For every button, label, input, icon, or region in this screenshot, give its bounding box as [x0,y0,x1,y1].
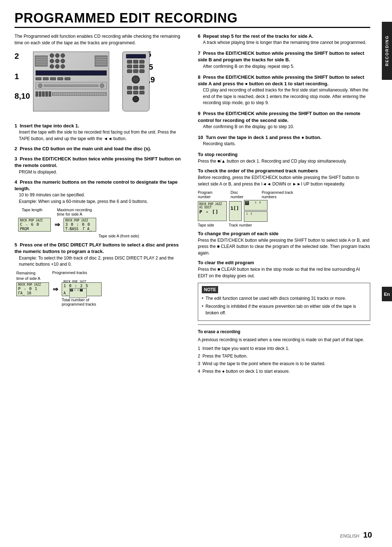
lcd-bottom-labels: Tape side Track number [198,223,293,227]
page-title: PROGRAMMED EDIT RECORDING [15,11,370,25]
erase-step-4-num: 4 [198,368,200,375]
step-5-title: 5 Press one of the DISC DIRECT PLAY butt… [15,242,187,255]
erase-section: To erase a recording A previous recordin… [198,328,370,375]
step-3-num: 3 [15,156,17,162]
erase-step-2-num: 2 [198,353,200,359]
erase-step-3-text: Wind up the tape to the point where the … [203,360,326,367]
prog-lcd-1: ROCK POP JAZZ AI EDIT P - [] [198,201,227,221]
step-num-1: 1 [15,72,19,81]
tape-length-label: Tape length [22,208,42,216]
change-program-title: To change the program of each side [198,231,370,236]
step-7-title: 7 Press the EDIT/CHECK button while pres… [198,50,370,63]
erase-step-4-text: Press the ● button on deck 1 to start er… [203,368,290,375]
step-5-diagram: Remainingtime of side A Programmed track… [15,270,187,306]
note-text-2: Recording is inhibited if the erasure pr… [205,303,366,316]
prog-lcd1-main: P - [] [199,209,225,215]
track-numbers-group: 2 1 0 [244,200,268,222]
note-text-1: The edit function cannot be used with di… [205,295,346,302]
note-item-1: • The edit function cannot be used with … [202,295,366,302]
lcd2-sub: T-BASS Γ A_ [65,227,94,231]
step-7: 7 Press the EDIT/CHECK button while pres… [198,50,370,70]
lcd-prog-tracks: ROCK POP JAZZ 1 0 : 2 5 A_ 2 1 0 [62,282,102,296]
prog-lcd1-top: ROCK POP JAZZ [199,203,225,206]
lcd1-top-row: ROCK POP JAZZ [20,219,49,222]
prog-lcd1-edit: AI EDIT [199,206,225,209]
lcd4-top: ROCK POP JAZZ [64,280,100,283]
tape-side-caption: Tape side A (front side) [51,234,187,238]
prog-display-group: Programnumber Discnumber Programmed trac… [198,190,293,227]
step-4-num: 4 [15,179,17,185]
step-4-body: 10 to 99 minutes can be specified. Examp… [19,192,187,205]
page-number: 10 [363,530,372,539]
step-8-body: CD play and recording of edited tracks f… [203,87,370,106]
step-5-num: 5 [15,242,17,248]
english-label: ENGLISH [340,534,359,539]
remote-image [122,52,150,111]
lcd4-main: 1 0 : 2 5 [64,283,100,288]
recording-tab-label: RECORDING [385,35,389,66]
total-prog-caption: Total number ofprogrammed tracks [62,298,187,306]
erase-step-3-num: 3 [198,360,200,367]
track-grid-top: 2 1 0 [244,200,268,211]
lcd3-top: ROCK POP JAZZ [18,283,47,286]
erase-step-2-text: Press the TAPE button. [203,353,248,359]
step-2-num: 2 [15,146,17,151]
stop-recording-section: To stop recording Press the ■/▲ button o… [198,152,370,164]
title-divider [15,27,370,28]
right-column: 6 Repeat step 5 for the rest of the trac… [198,33,370,376]
step-5-body: Example: To select the 10th track of dis… [19,255,187,268]
change-program-body: Press the EDIT/CHECK button while pressi… [198,237,370,256]
clear-program-title: To clear the edit program [198,260,370,265]
step-1-num: 1 [15,123,17,128]
step-4-diagram-row: ROCK POP JAZZ C - 6 0 PRGM ⇒ ROCK POP JA… [18,218,187,232]
lcd2-top-row: ROCK POP JAZZ [65,219,94,222]
erase-step-3: 3 Wind up the tape to the point where th… [198,360,370,367]
step-4: 4 Press the numeric buttons on the remot… [15,179,187,238]
lcd3-main: P - 0 1 [18,286,47,291]
lcd2-main: 3 0 : 0 0 [65,222,94,227]
note-header: NOTE [202,286,218,293]
page-number-area: ENGLISH 10 [340,530,372,540]
lcd1-sub: PRGM [20,227,49,231]
step-4-title: 4 Press the numeric buttons on the remot… [15,179,187,192]
erase-title: To erase a recording [198,328,370,335]
step-num-810: 8,10 [15,91,30,101]
change-program-section: To change the program of each side Press… [198,231,370,256]
lcd1-main: C - 6 0 [20,222,49,227]
en-tab: En [382,287,392,301]
max-rec-time-label: Maximum recordingtime for side A [57,208,92,216]
en-tab-label: En [384,291,390,297]
step-6-title: 6 Repeat step 5 for the rest of the trac… [198,33,370,40]
step-num-2: 2 [15,52,19,61]
erase-step-4: 4 Press the ● button on deck 1 to start … [198,368,370,375]
intro-text: The Programmed edit function enables CD … [15,33,187,47]
remaining-time-label: Remainingtime of side A [16,270,40,281]
erase-step-1-num: 1 [198,345,200,352]
prog-lcd2-main: 1[] [230,205,240,211]
prog-labels: Programnumber Discnumber Programmed trac… [198,190,293,199]
check-order-diagram: Programnumber Discnumber Programmed trac… [198,190,370,227]
lcd4-sub: A_ [64,291,68,295]
recording-tab: RECORDING [382,22,392,80]
step-9: 9 Press the EDIT/CHECK while pressing th… [198,110,370,130]
programmed-tracks-label: Programmed tracks [52,270,87,281]
erase-step-2: 2 Press the TAPE button. [198,353,370,359]
tape-side-label: Tape side [198,223,214,227]
step-1-body: Insert the tape with the side to be reco… [19,129,187,142]
arrow-1: ⇒ [54,221,60,229]
step-9-title: 9 Press the EDIT/CHECK while pressing th… [198,110,370,123]
step-9-body: After confirming B on the display, go to… [203,124,370,130]
bullet-1: • [202,295,203,302]
left-column: The Programmed edit function enables CD … [15,33,187,376]
step-3: 3 Press the EDIT/CHECK button twice whil… [15,156,187,175]
check-order-section: To check the order of the programmed tra… [198,168,370,227]
arrow-2: ⇒ [53,285,58,293]
step-1: 1 Insert the tape into deck 1. Insert th… [15,123,187,142]
erase-intro: A previous recording is erased when a ne… [198,336,370,343]
step-10-body: Recording starts. [203,141,370,147]
device-diagram-area: 2 1 8,10 [15,52,187,117]
step-10: 10 Turn over the tape in deck 1 and pres… [198,134,370,147]
lcd-max-time: ROCK POP JAZZ 3 0 : 0 0 T-BASS Γ A_ [64,218,96,232]
step-3-title: 3 Press the EDIT/CHECK button twice whil… [15,156,187,169]
track-number-label: Track number [229,223,252,227]
